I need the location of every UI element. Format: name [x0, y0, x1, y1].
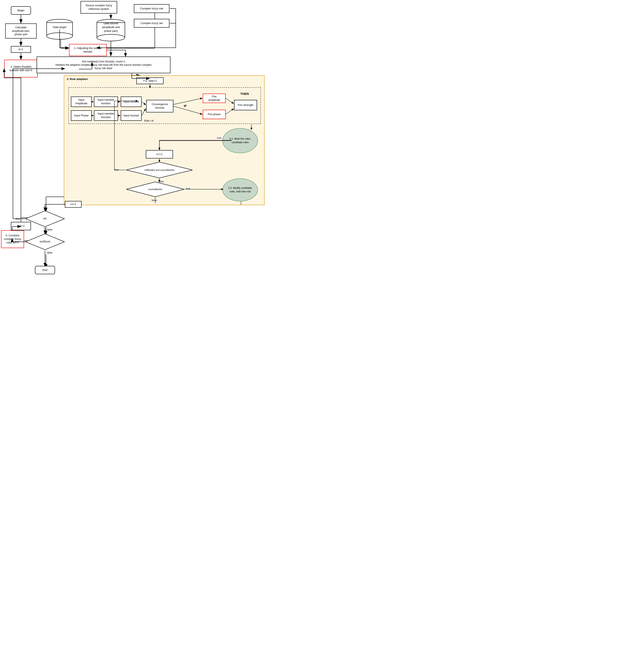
k-condition-label: k≤NDsub	[40, 240, 50, 243]
input-fuzzied1-label: Input fuzzied	[123, 100, 139, 104]
adjusting-label: 1. Adjusting the source domain	[74, 46, 102, 54]
source-cfis-box: Source complex fuzzy inference system	[80, 1, 117, 14]
select-dsub-box: 2. Select Dsub(k) subsets with size K	[4, 60, 37, 77]
end-label: End	[43, 268, 47, 272]
input-member1-box: Input member function	[94, 97, 118, 107]
k-condition-diamond: k≤NDsub	[25, 234, 65, 250]
adjusting-box: 1. Adjusting the source domain	[69, 44, 107, 56]
data-source-label: Data source (amplitude and phase part)	[100, 22, 122, 33]
input-member2-box: Input member function	[94, 110, 118, 121]
data-source-cyl: Data source (amplitude and phase part)	[96, 19, 126, 42]
r-increment-label: r=r+1	[156, 152, 162, 156]
svg-line-64	[142, 109, 146, 116]
select-dsub-label: 2. Select Dsub(k) subsets with size K	[9, 65, 33, 72]
mark-fire-oval: 3.1. Mark fire rules, candidate rules	[222, 128, 258, 153]
rule-adaption-area: 3. Rule adaption r=1, step=1 IF THEN Inp…	[64, 75, 264, 205]
convergence-box: Convergence formula	[146, 100, 173, 113]
kn-false-label: false	[47, 251, 52, 254]
kn-true-label: true	[15, 240, 20, 243]
complex-set-label: Complex fuzzy set	[141, 22, 163, 25]
i-increment-box: i=i+1	[65, 201, 81, 208]
input-amp-label: Input Amplitude	[75, 98, 87, 105]
input-phase-label: Input Phase	[74, 114, 89, 117]
get-rowdata-box: Get rowdata(i) from Dsub(k), count=1 Ini…	[36, 56, 171, 73]
svg-point-54	[47, 33, 73, 39]
data-target-label: Data target	[51, 25, 68, 29]
k-increment-box: k=k+1	[11, 222, 31, 230]
complex-rule-box: Complex fuzzy rule	[134, 4, 170, 13]
r1-step1-box: r=1, step=1	[136, 77, 163, 84]
count-condition-false-label: false	[152, 199, 157, 202]
k1-box: k=1	[11, 46, 31, 53]
combine-box: 4. Combine complex fuzzy rules base	[1, 230, 24, 248]
r-increment-box: r=r+1	[146, 150, 173, 159]
i-increment-label: i=i+1	[70, 202, 76, 206]
svg-line-61	[142, 102, 146, 105]
svg-point-57	[97, 34, 125, 41]
fire-amp-label: Fire amplitude	[208, 95, 220, 102]
i-condition-diamond: i≤K	[25, 210, 65, 227]
end-box: End	[35, 266, 55, 274]
r1-step1-label: r=1, step=1	[143, 79, 157, 83]
mark-fire-label: 3.1. Mark fire rules, candidate rules	[225, 137, 255, 144]
calc-label: Calculate amplitude part, phase part	[12, 26, 30, 37]
svg-line-65	[173, 98, 202, 104]
input-fuzzied2-label: Input fuzzied	[123, 114, 139, 117]
fire-phase-label: Fire phase	[208, 113, 221, 116]
input-fuzzied2-box: Input fuzzied	[121, 110, 142, 121]
r-condition-label: r≤NRad(k) and count≤Maxfire	[138, 169, 181, 171]
i-condition-label: i≤K	[43, 217, 47, 220]
complex-rule-label: Complex fuzzy rule	[140, 7, 163, 10]
modify-candidate-oval: 3.2. Modify candidate rules, Add new rul…	[222, 178, 258, 201]
flowchart: Begin Calculate amplitude part, phase pa…	[0, 0, 315, 336]
r-condition-true-label: true	[115, 168, 119, 171]
modify-candidate-label: 3.2. Modify candidate rules, Add new rul…	[225, 186, 255, 193]
ik-false-label: false	[47, 228, 52, 231]
ik-true-label: true	[16, 217, 20, 220]
mark-fire-true-label: true	[217, 137, 221, 139]
input-amp-box: Input Amplitude	[71, 97, 92, 107]
begin-box: Begin	[11, 6, 31, 15]
input-fuzzied1-box: Input fuzzied	[121, 97, 142, 107]
input-phase-box: Input Phase	[71, 110, 92, 121]
svg-line-68	[226, 109, 234, 114]
rule-inner-area: IF THEN Input Amplitude Input member fun…	[68, 87, 261, 124]
rule-adaption-label: 3. Rule adaption	[67, 77, 87, 80]
get-rowdata-label: Get rowdata(i) from Dsub(k), count=1 Ini…	[55, 60, 151, 70]
convergence-label: Convergence formula	[152, 102, 168, 110]
input-member1-label: Input member function	[98, 98, 114, 105]
if-label: IF	[184, 104, 186, 107]
fire-amp-box: Fire amplitude	[203, 94, 226, 103]
fire-phase-box: Fire phase	[203, 110, 226, 119]
then-label: THEN	[240, 92, 249, 95]
k-increment-label: k=k+1	[17, 224, 24, 228]
count-condition-label: count≤Maxfire	[148, 188, 162, 191]
count-condition-true-label: true	[186, 187, 190, 190]
begin-label: Begin	[17, 9, 24, 13]
k1-label: k=1	[19, 48, 23, 51]
svg-line-66	[173, 106, 202, 114]
calc-box: Calculate amplitude part, phase part	[5, 23, 36, 39]
complex-set-box: Complex fuzzy set	[134, 19, 170, 28]
data-target-cyl: Data target	[46, 19, 73, 40]
rule-r-label: Rule r th	[144, 119, 153, 122]
count-condition-diamond: count≤Maxfire	[126, 182, 184, 197]
input-member2-label: Input member function	[98, 112, 114, 119]
r-condition-diamond: r≤NRad(k) and count≤Maxfire	[126, 162, 193, 178]
svg-line-67	[226, 98, 234, 104]
source-cfis-label: Source complex fuzzy inference system	[85, 4, 112, 11]
fire-strength-label: Fire Strength	[237, 103, 253, 107]
fire-strength-box: Fire Strength	[234, 100, 257, 110]
